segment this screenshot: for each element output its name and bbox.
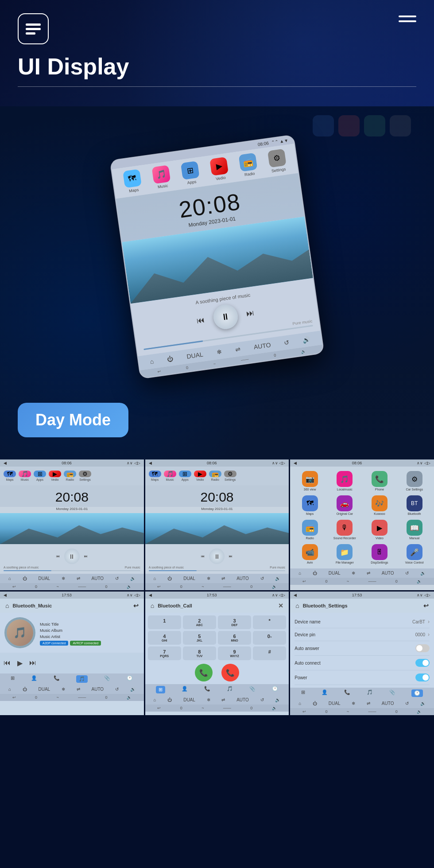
sc6-clock[interactable]: 🕐 [411,689,423,697]
sc5-refresh[interactable]: ↺ [260,697,264,702]
sc1-back[interactable]: ◀ [4,461,7,465]
bt-prev[interactable]: ⏮ [4,659,11,667]
sc4-snow[interactable]: ❄ [62,687,65,692]
bottom-swap-icon[interactable]: ⇌ [235,346,241,354]
sc1-snow[interactable]: ❄ [62,576,65,581]
bt-call-close[interactable]: ✕ [278,602,283,609]
back-btn[interactable]: ↩ [157,369,161,374]
bottom-snow-icon[interactable]: ❄ [216,348,222,356]
sc2-next[interactable]: ⏭ [229,554,232,558]
sc1-nav-maps[interactable]: 🗺 Maps [3,469,17,483]
sc1-swap[interactable]: ⇌ [77,576,80,581]
call-hangup-button[interactable]: 📞 [221,664,239,681]
sc5-clock[interactable]: 🕐 [272,686,278,693]
ag-dispsettings[interactable]: 🎚 DispSettings [363,542,397,566]
sc1-nav-apps[interactable]: ⊞ Apps [33,469,47,483]
prev-button[interactable]: ⏮ [196,315,205,325]
app-item-radio[interactable]: 📻 Radio [232,152,264,179]
sc6-music[interactable]: 🎵 [367,689,373,697]
ag-bluetooth[interactable]: BT Bluetooth [397,494,431,517]
sc4-sound[interactable]: 🔊 [130,687,136,692]
ag-360view[interactable]: 📷 360 view [293,469,327,493]
ag-kuwooo[interactable]: 🎶 Kuwooo [363,494,397,517]
sc2-nav-settings[interactable]: ⚙ Settings [223,469,237,483]
sc4-music[interactable]: 🎵 [76,675,88,683]
bottom-dual-icon[interactable]: DUAL [186,351,203,360]
call-answer-button[interactable]: 📞 [195,664,213,681]
sc6-grid[interactable]: ⊞ [301,689,305,697]
ag-manual[interactable]: 📖 Manual [397,518,431,541]
bottom-auto-icon[interactable]: AUTO [253,341,271,350]
bt-home-icon[interactable]: ⌂ [5,602,9,609]
sc6-snow[interactable]: ❄ [352,701,355,706]
sc3-power[interactable]: ⏻ [313,571,317,576]
bottom-home-icon[interactable]: ⌂ [150,358,155,365]
sc4-user[interactable]: 👤 [31,675,37,683]
sc5-home[interactable]: ⌂ [154,697,156,702]
sc5-back[interactable]: ◀ [149,593,152,597]
dial-2[interactable]: 2ABC [183,615,216,629]
ag-phone[interactable]: 📞 Phone [363,469,397,493]
sc2-nav-maps[interactable]: 🗺 Maps [148,469,162,483]
sc4-attach[interactable]: 📎 [104,675,110,683]
dial-6[interactable]: 6MNO [218,631,251,645]
bt-back-icon[interactable]: ↩ [133,602,139,609]
bt-call-home[interactable]: ⌂ [151,602,154,609]
sc4-phone[interactable]: 📞 [54,675,60,683]
sc6-attach[interactable]: 📎 [389,689,395,697]
sc3-back-btn[interactable]: ↩ [302,579,306,584]
app-item-vedio[interactable]: ▶ Vedio [203,156,235,183]
ag-radio[interactable]: 📻 Radio [293,518,327,541]
sc6-user[interactable]: 👤 [322,689,328,697]
sc2-play[interactable]: ⏸ [209,549,225,564]
auto-answer-toggle[interactable] [415,644,430,652]
sc4-refresh[interactable]: ↺ [115,687,119,692]
sc6-back[interactable]: ◀ [294,593,297,597]
sc6-refresh[interactable]: ↺ [405,701,409,706]
ag-originalcar[interactable]: 🚗 Original Car [328,494,362,517]
sc1-next[interactable]: ⏭ [84,554,88,558]
sc3-swap[interactable]: ⇌ [367,571,370,576]
sc5-phone[interactable]: 📞 [204,686,210,693]
sc5-music[interactable]: 🎵 [227,686,233,693]
bottom-refresh-icon[interactable]: ↺ [284,339,290,346]
sc3-refresh[interactable]: ↺ [405,571,409,576]
bt-settings-back[interactable]: ↩ [423,602,429,609]
sc1-power[interactable]: ⏻ [23,576,27,581]
sc2-power[interactable]: ⏻ [167,576,172,581]
sc2-prev[interactable]: ⏮ [201,554,205,558]
sc5-attach[interactable]: 📎 [249,686,256,693]
dial-star[interactable]: * [253,615,286,629]
dial-7[interactable]: 7PQRS [148,646,181,660]
dial-3[interactable]: 3DEF [218,615,251,629]
sc3-back[interactable]: ◀ [294,461,297,465]
sc1-back-btn[interactable]: ↩ [12,584,16,589]
sc3-sound[interactable]: 🔊 [420,571,426,576]
sc1-sound[interactable]: 🔊 [130,576,136,581]
bottom-sound-icon[interactable]: 🔊 [302,336,311,344]
chevron-device-pin[interactable]: › [428,631,430,638]
menu-icon[interactable] [399,16,416,22]
sc2-nav-radio[interactable]: 📻 Radio [208,469,222,483]
sc5-grid[interactable]: ⊞ [156,686,165,693]
sc1-home[interactable]: ⌂ [8,576,11,581]
ag-carsettings[interactable]: ⚙ Car Settings [397,469,431,493]
sc6-swap[interactable]: ⇌ [367,701,370,706]
slider[interactable]: —— [240,357,249,362]
dial-hash[interactable]: # [253,646,286,660]
sc2-nav-music[interactable]: 🎵 Music [163,469,177,483]
sc2-refresh[interactable]: ↺ [260,576,264,581]
ag-soundrecorder[interactable]: 🎙 Sound Recorder [328,518,362,541]
power-toggle[interactable] [415,673,430,681]
dial-8[interactable]: 8TUV [183,646,216,660]
sc2-sound[interactable]: 🔊 [275,576,280,581]
ag-localmusic[interactable]: 🎵 Localmusic [328,469,362,493]
sc2-back[interactable]: ◀ [149,461,152,465]
pause-button[interactable]: ⏸ [212,303,239,331]
sc5-user[interactable]: 👤 [182,686,188,693]
sc2-swap[interactable]: ⇌ [221,576,225,581]
sc3-home[interactable]: ⌂ [298,571,301,576]
sc4-clock[interactable]: 🕐 [127,675,133,683]
sc6-home[interactable]: ⌂ [298,701,301,706]
bottom-power-icon[interactable]: ⏻ [167,355,174,363]
